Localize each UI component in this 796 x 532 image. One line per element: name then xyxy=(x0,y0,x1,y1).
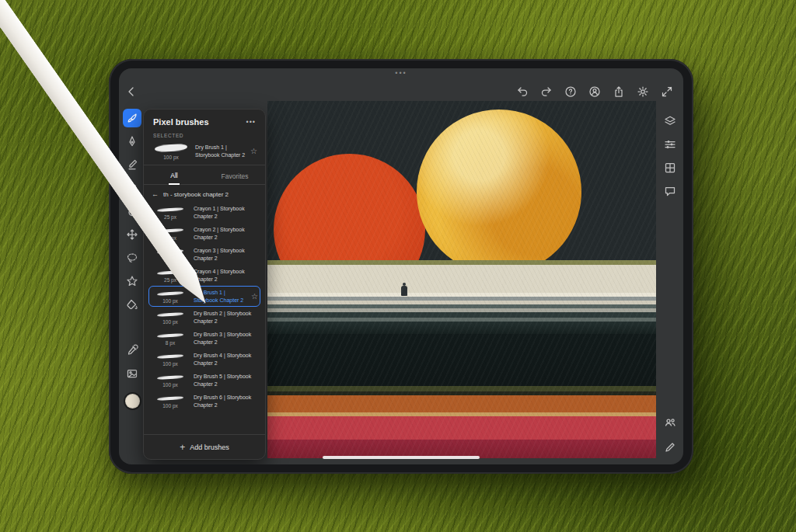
layers-button[interactable] xyxy=(663,114,677,128)
brush-stroke-preview xyxy=(155,206,185,214)
app-screen: ••• Pixel brushes ••• SELECTED xyxy=(119,68,683,464)
brush-stroke-preview xyxy=(155,332,185,339)
edit-icon xyxy=(664,441,676,454)
brush-size: 8 px xyxy=(151,340,190,346)
lasso-tool-icon xyxy=(126,252,138,264)
adjustments-button[interactable] xyxy=(663,137,677,151)
add-brushes-button[interactable]: + Add brushes xyxy=(144,434,265,459)
brush-name: Crayon 1 | Storybook Chapter 2 xyxy=(194,205,258,220)
brush-size: 100 px xyxy=(151,382,190,388)
eyedropper-tool[interactable] xyxy=(123,341,141,360)
help-icon xyxy=(564,85,577,98)
account-icon xyxy=(588,85,601,98)
favorite-star-icon[interactable]: ☆ xyxy=(250,148,257,155)
brushes-panel: Pixel brushes ••• SELECTED 100 px Dry Br… xyxy=(143,109,266,460)
brush-stroke-preview xyxy=(155,374,185,381)
account-button[interactable] xyxy=(588,85,602,99)
brush-name: Dry Brush 4 | Storybook Chapter 2 xyxy=(194,352,258,367)
brush-row[interactable]: 100 pxDry Brush 6 | Storybook Chapter 2 xyxy=(148,391,260,412)
panel-tabs: All Favorites xyxy=(144,165,265,185)
chevron-left-icon xyxy=(125,85,138,98)
lasso-tool[interactable] xyxy=(123,249,141,267)
eyedropper-tool-icon xyxy=(126,344,138,356)
settings-icon xyxy=(637,85,649,98)
horizon-bands xyxy=(267,260,656,458)
figure-silhouette xyxy=(401,286,407,296)
tab-all[interactable]: All xyxy=(144,165,204,184)
brush-row[interactable]: 100 pxDry Brush 5 | Storybook Chapter 2 xyxy=(148,370,260,391)
brush-size: 100 px xyxy=(152,155,190,160)
shape-tool-icon xyxy=(126,275,138,287)
fill-tool[interactable] xyxy=(123,295,141,314)
brush-thumbnail: 100 px xyxy=(152,142,190,160)
share-button[interactable] xyxy=(612,85,626,99)
tablet: ••• Pixel brushes ••• SELECTED xyxy=(109,59,693,474)
selected-label: SELECTED xyxy=(144,131,265,139)
artwork-canvas[interactable] xyxy=(267,101,656,458)
brush-row[interactable]: 100 pxDry Brush 2 | Storybook Chapter 2 xyxy=(148,307,260,328)
brush-row[interactable]: 100 pxDry Brush 4 | Storybook Chapter 2 xyxy=(148,349,260,370)
brush-thumbnail: 100 px xyxy=(151,353,190,367)
brush-name: Dry Brush 6 | Storybook Chapter 2 xyxy=(194,394,258,409)
marker-tool[interactable] xyxy=(123,155,141,174)
image-tool[interactable] xyxy=(123,364,141,383)
brush-row[interactable]: 100 pxDry Brush 1 | Storybook Chapter 2☆ xyxy=(148,286,260,307)
brush-group-header[interactable]: ← th - storybook chapter 2 xyxy=(144,185,265,201)
image-tool-icon xyxy=(126,367,138,380)
redo-icon xyxy=(540,85,553,98)
brush-thumbnail: 100 px xyxy=(151,395,190,409)
brush-stroke-preview xyxy=(155,353,185,360)
settings-button[interactable] xyxy=(636,85,650,99)
left-toolbar xyxy=(119,103,145,464)
share-icon xyxy=(613,85,625,98)
right-toolbar-top xyxy=(656,114,683,198)
brush-name: Crayon 2 | Storybook Chapter 2 xyxy=(194,226,258,241)
multitask-indicator[interactable]: ••• xyxy=(119,69,683,77)
yellow-sun xyxy=(417,110,581,274)
tab-favorites[interactable]: Favorites xyxy=(204,165,265,184)
brush-name: Dry Brush 1 | Storybook Chapter 2 xyxy=(195,144,246,158)
panel-menu-button[interactable]: ••• xyxy=(246,118,256,126)
redo-button[interactable] xyxy=(539,85,553,99)
brush-row[interactable]: 25 pxCrayon 4 | Storybook Chapter 2 xyxy=(148,265,260,286)
comments-icon xyxy=(664,185,676,197)
brush-thumbnail: 8 px xyxy=(151,332,190,346)
color-swatch[interactable] xyxy=(125,394,140,409)
collaborate-button[interactable] xyxy=(663,416,677,429)
brush-stroke-preview xyxy=(153,142,189,154)
brush-name: Crayon 4 | Storybook Chapter 2 xyxy=(194,268,258,283)
move-tool-icon xyxy=(126,228,138,241)
brush-tool[interactable] xyxy=(123,109,141,127)
selected-brush[interactable]: 100 px Dry Brush 1 | Storybook Chapter 2… xyxy=(144,139,265,165)
collaborate-icon xyxy=(664,416,676,429)
plus-icon: + xyxy=(180,443,185,452)
brush-row[interactable]: 25 pxCrayon 1 | Storybook Chapter 2 xyxy=(148,202,260,223)
shape-tool[interactable] xyxy=(123,272,141,290)
adjustments-icon xyxy=(664,138,676,151)
brush-row[interactable]: 8 pxDry Brush 3 | Storybook Chapter 2 xyxy=(148,328,260,349)
brush-size: 100 px xyxy=(151,298,190,304)
brush-name: Dry Brush 3 | Storybook Chapter 2 xyxy=(194,331,258,346)
marker-tool-icon xyxy=(126,158,138,171)
grid-icon xyxy=(664,162,676,174)
favorite-star-icon[interactable]: ☆ xyxy=(251,293,258,301)
undo-button[interactable] xyxy=(515,85,529,99)
brush-stroke-preview xyxy=(155,290,185,297)
back-button[interactable] xyxy=(124,84,139,99)
brush-size: 100 px xyxy=(151,403,190,409)
comments-button[interactable] xyxy=(663,184,677,198)
move-tool[interactable] xyxy=(123,225,141,244)
brush-thumbnail: 100 px xyxy=(151,290,190,304)
back-arrow-icon: ← xyxy=(152,190,159,198)
pencil-tool[interactable] xyxy=(123,132,141,151)
layers-icon xyxy=(664,115,676,127)
brush-stroke-preview xyxy=(155,395,185,402)
brush-name: Crayon 3 | Storybook Chapter 2 xyxy=(194,247,258,262)
brush-stroke-preview xyxy=(155,311,185,318)
home-indicator[interactable] xyxy=(323,456,480,459)
help-button[interactable] xyxy=(564,85,578,99)
grid-button[interactable] xyxy=(663,161,677,175)
topbar-actions xyxy=(515,85,674,99)
fullscreen-button[interactable] xyxy=(660,85,674,99)
edit-button[interactable] xyxy=(663,440,677,454)
